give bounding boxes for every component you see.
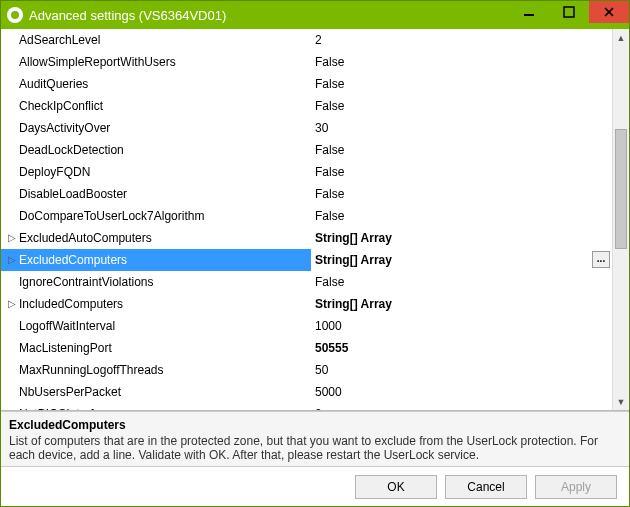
minimize-icon: [523, 6, 535, 18]
property-row[interactable]: AdSearchLevel2: [1, 29, 612, 51]
close-icon: [603, 6, 615, 18]
expand-toggle: [1, 51, 19, 73]
property-value[interactable]: 30: [311, 117, 612, 139]
expand-toggle: [1, 359, 19, 381]
expand-toggle: [1, 271, 19, 293]
property-row[interactable]: DisableLoadBoosterFalse: [1, 183, 612, 205]
property-row[interactable]: DeadLockDetectionFalse: [1, 139, 612, 161]
property-value[interactable]: False: [311, 139, 612, 161]
apply-button[interactable]: Apply: [535, 475, 617, 499]
property-row[interactable]: ▷ExcludedComputersString[] Array...: [1, 249, 612, 271]
svg-rect-1: [564, 7, 574, 17]
expand-toggle: [1, 117, 19, 139]
property-name[interactable]: IgnoreContraintViolations: [19, 271, 311, 293]
property-value[interactable]: False: [311, 271, 612, 293]
property-name[interactable]: LogoffWaitInterval: [19, 315, 311, 337]
property-name[interactable]: DeployFQDN: [19, 161, 311, 183]
property-value[interactable]: 0: [311, 403, 612, 410]
expand-toggle: [1, 95, 19, 117]
property-value[interactable]: False: [311, 95, 612, 117]
property-name[interactable]: IncludedComputers: [19, 293, 311, 315]
property-name[interactable]: DoCompareToUserLock7Algorithm: [19, 205, 311, 227]
property-value[interactable]: False: [311, 205, 612, 227]
titlebar: Advanced settings (VS6364VD01): [1, 1, 629, 29]
property-name[interactable]: ExcludedComputers: [19, 249, 311, 271]
property-row[interactable]: AuditQueriesFalse: [1, 73, 612, 95]
expand-toggle: [1, 315, 19, 337]
property-value[interactable]: False: [311, 183, 612, 205]
property-grid-body[interactable]: AdSearchLevel2AllowSimpleReportWithUsers…: [1, 29, 612, 410]
property-row[interactable]: NbUsersPerPacket5000: [1, 381, 612, 403]
description-title: ExcludedComputers: [9, 418, 621, 432]
property-name[interactable]: NetBIOSInterface: [19, 403, 311, 410]
description-pane: ExcludedComputers List of computers that…: [1, 411, 629, 466]
property-name[interactable]: MaxRunningLogoffThreads: [19, 359, 311, 381]
property-row[interactable]: DeployFQDNFalse: [1, 161, 612, 183]
expand-toggle: [1, 205, 19, 227]
property-name[interactable]: AuditQueries: [19, 73, 311, 95]
maximize-button[interactable]: [549, 1, 589, 23]
property-row[interactable]: ▷IncludedComputersString[] Array: [1, 293, 612, 315]
property-name[interactable]: AllowSimpleReportWithUsers: [19, 51, 311, 73]
property-row[interactable]: ▷ExcludedAutoComputersString[] Array: [1, 227, 612, 249]
ok-button[interactable]: OK: [355, 475, 437, 499]
description-text: List of computers that are in the protec…: [9, 434, 621, 462]
property-value[interactable]: 50555: [311, 337, 612, 359]
property-name[interactable]: NbUsersPerPacket: [19, 381, 311, 403]
property-value[interactable]: 1000: [311, 315, 612, 337]
ellipsis-button[interactable]: ...: [592, 251, 610, 268]
app-icon: [7, 7, 23, 23]
expand-toggle: [1, 73, 19, 95]
expand-toggle[interactable]: ▷: [1, 227, 19, 249]
property-name[interactable]: AdSearchLevel: [19, 29, 311, 51]
property-name[interactable]: ExcludedAutoComputers: [19, 227, 311, 249]
expand-toggle: [1, 29, 19, 51]
property-value[interactable]: 2: [311, 29, 612, 51]
property-value[interactable]: String[] Array: [311, 293, 612, 315]
vertical-scrollbar[interactable]: ▲ ▼: [612, 29, 629, 410]
svg-rect-0: [524, 14, 534, 16]
expand-toggle: [1, 183, 19, 205]
expand-toggle: [1, 337, 19, 359]
property-value[interactable]: 50: [311, 359, 612, 381]
property-value[interactable]: False: [311, 51, 612, 73]
property-row[interactable]: NetBIOSInterface0: [1, 403, 612, 410]
property-name[interactable]: MacListeningPort: [19, 337, 311, 359]
window-controls: [509, 1, 629, 29]
property-row[interactable]: DoCompareToUserLock7AlgorithmFalse: [1, 205, 612, 227]
close-button[interactable]: [589, 1, 629, 23]
cancel-button[interactable]: Cancel: [445, 475, 527, 499]
maximize-icon: [563, 6, 575, 18]
property-row[interactable]: AllowSimpleReportWithUsersFalse: [1, 51, 612, 73]
expand-toggle: [1, 381, 19, 403]
property-value[interactable]: False: [311, 161, 612, 183]
window-title: Advanced settings (VS6364VD01): [29, 8, 509, 23]
property-row[interactable]: LogoffWaitInterval1000: [1, 315, 612, 337]
property-value[interactable]: String[] Array...: [311, 249, 612, 271]
property-row[interactable]: CheckIpConflictFalse: [1, 95, 612, 117]
expand-toggle: [1, 161, 19, 183]
property-grid: AdSearchLevel2AllowSimpleReportWithUsers…: [1, 29, 629, 411]
property-value[interactable]: False: [311, 73, 612, 95]
expand-toggle: [1, 403, 19, 410]
property-row[interactable]: MaxRunningLogoffThreads50: [1, 359, 612, 381]
property-row[interactable]: MacListeningPort50555: [1, 337, 612, 359]
property-name[interactable]: DaysActivityOver: [19, 117, 311, 139]
expand-toggle: [1, 139, 19, 161]
minimize-button[interactable]: [509, 1, 549, 23]
property-row[interactable]: IgnoreContraintViolationsFalse: [1, 271, 612, 293]
property-value[interactable]: 5000: [311, 381, 612, 403]
property-row[interactable]: DaysActivityOver30: [1, 117, 612, 139]
property-name[interactable]: CheckIpConflict: [19, 95, 311, 117]
property-value[interactable]: String[] Array: [311, 227, 612, 249]
expand-toggle[interactable]: ▷: [1, 249, 19, 271]
scroll-up-button[interactable]: ▲: [613, 29, 629, 46]
property-name[interactable]: DisableLoadBooster: [19, 183, 311, 205]
expand-toggle[interactable]: ▷: [1, 293, 19, 315]
button-bar: OK Cancel Apply: [1, 466, 629, 506]
property-name[interactable]: DeadLockDetection: [19, 139, 311, 161]
scroll-thumb[interactable]: [615, 129, 627, 249]
scroll-down-button[interactable]: ▼: [613, 393, 629, 410]
